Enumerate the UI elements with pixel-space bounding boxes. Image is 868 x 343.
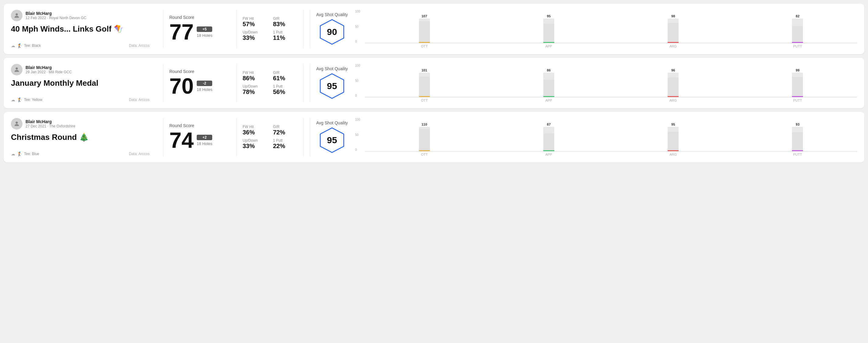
tee-info: ☁ 🏌 Tee: Yellow bbox=[11, 97, 42, 102]
holes-text: 18 Holes bbox=[197, 87, 212, 92]
holes-text: 18 Holes bbox=[197, 142, 212, 146]
tee-label: Tee: Blue bbox=[24, 152, 39, 156]
score-row: 77 +5 18 Holes bbox=[169, 21, 230, 43]
bar-colored-line bbox=[668, 150, 679, 151]
holes-text: 18 Holes bbox=[197, 33, 212, 38]
bar-colored-line bbox=[792, 96, 803, 97]
bar-container bbox=[792, 73, 803, 97]
putt1-value: 56% bbox=[273, 89, 297, 95]
bar-container bbox=[668, 19, 679, 43]
svg-point-2 bbox=[16, 67, 18, 70]
user-name: Blair McHarg bbox=[26, 119, 75, 124]
fw-hit-stat: FW Hit 36% bbox=[243, 125, 267, 136]
user-name: Blair McHarg bbox=[26, 11, 86, 16]
putt1-value: 22% bbox=[273, 143, 297, 150]
bar-value-label: 82 bbox=[796, 14, 799, 18]
fw-hit-value: 36% bbox=[243, 129, 267, 136]
user-text: Blair McHarg 12 Feb 2022 · Royal North D… bbox=[26, 11, 86, 20]
round-title: Christmas Round 🎄 bbox=[11, 132, 150, 142]
left-section: Blair McHarg 29 Jan 2022 · Mill Ride GCC… bbox=[11, 64, 157, 102]
left-section: Blair McHarg 27 Dec 2021 · The Oxfordshi… bbox=[11, 118, 157, 156]
score-label: Round Score bbox=[169, 15, 230, 20]
bar-container bbox=[668, 127, 679, 151]
chart-section: Avg Shot Quality 95 100 50 0 110 bbox=[310, 118, 857, 156]
stats-section: FW Hit 57% GIR 83% Up/Down 33% 1 Putt 11… bbox=[243, 10, 297, 48]
bar-container bbox=[668, 73, 679, 97]
user-text: Blair McHarg 29 Jan 2022 · Mill Ride GCC bbox=[26, 65, 72, 74]
bar-container bbox=[543, 127, 554, 151]
bar-axis-label: PUTT bbox=[738, 44, 857, 48]
fw-hit-label: FW Hit bbox=[243, 70, 267, 75]
fw-hit-label: FW Hit bbox=[243, 17, 267, 21]
round-card: Blair McHarg 12 Feb 2022 · Royal North D… bbox=[4, 4, 864, 54]
bar-group-app: 86 bbox=[489, 68, 608, 97]
bar-fill bbox=[668, 23, 679, 43]
updown-stat: Up/Down 33% bbox=[243, 30, 267, 41]
user-info: Blair McHarg 29 Jan 2022 · Mill Ride GCC bbox=[11, 64, 150, 75]
hexagon-wrap: Avg Shot Quality 95 bbox=[316, 66, 348, 100]
divider-right bbox=[303, 64, 304, 102]
stats-section: FW Hit 36% GIR 72% Up/Down 33% 1 Putt 22… bbox=[243, 118, 297, 156]
bar-chart: 107 95 98 bbox=[365, 10, 857, 43]
putt1-value: 11% bbox=[273, 34, 297, 41]
hexagon: 95 bbox=[318, 72, 346, 100]
score-label: Round Score bbox=[169, 69, 230, 74]
gir-stat: GIR 83% bbox=[273, 17, 297, 28]
tee-info: ☁ 🏌 Tee: Black bbox=[11, 43, 41, 48]
updown-value: 78% bbox=[243, 89, 267, 95]
bar-axis-label: OTT bbox=[365, 98, 484, 102]
bar-value-label: 96 bbox=[671, 68, 675, 72]
putt1-stat: 1 Putt 22% bbox=[273, 138, 297, 150]
bar-fill bbox=[419, 76, 430, 97]
gir-stat: GIR 61% bbox=[273, 70, 297, 82]
cloud-icon: ☁ bbox=[11, 43, 15, 48]
hex-score: 95 bbox=[327, 135, 337, 145]
bar-group-app: 87 bbox=[489, 123, 608, 151]
gir-stat: GIR 72% bbox=[273, 125, 297, 136]
bar-colored-line bbox=[419, 150, 430, 151]
stats-section: FW Hit 86% GIR 61% Up/Down 78% 1 Putt 56… bbox=[243, 64, 297, 102]
avatar bbox=[11, 118, 23, 129]
bar-group-ott: 101 bbox=[365, 68, 484, 97]
bag-icon: 🏌 bbox=[17, 151, 22, 156]
bar-colored-line bbox=[419, 42, 430, 43]
hexagon: 95 bbox=[318, 126, 346, 154]
bar-chart: 110 87 95 bbox=[365, 118, 857, 151]
putt1-stat: 1 Putt 56% bbox=[273, 84, 297, 95]
bar-chart-labels: OTTAPPARGPUTT bbox=[365, 44, 857, 48]
data-source: Data: Arccos bbox=[129, 43, 150, 48]
bar-value-label: 101 bbox=[422, 68, 427, 72]
hexagon-wrap: Avg Shot Quality 95 bbox=[316, 120, 348, 154]
bar-fill bbox=[419, 21, 430, 43]
bar-value-label: 99 bbox=[796, 68, 799, 72]
bar-group-putt: 82 bbox=[738, 14, 857, 43]
updown-stat: Up/Down 33% bbox=[243, 138, 267, 150]
bar-axis-label: PUTT bbox=[738, 153, 857, 156]
tee-label: Tee: Yellow bbox=[24, 98, 42, 102]
bar-group-arg: 95 bbox=[614, 123, 733, 151]
bar-value-label: 110 bbox=[422, 123, 427, 126]
fw-hit-value: 86% bbox=[243, 75, 267, 82]
hex-score: 95 bbox=[327, 81, 337, 91]
fw-hit-stat: FW Hit 57% bbox=[243, 17, 267, 28]
score-badge: +2 bbox=[197, 135, 212, 140]
bar-axis-label: APP bbox=[489, 153, 608, 156]
bar-container bbox=[543, 73, 554, 97]
score-badge: -2 bbox=[197, 81, 212, 86]
bar-container bbox=[419, 19, 430, 43]
bar-container bbox=[792, 127, 803, 151]
bar-group-arg: 96 bbox=[614, 68, 733, 97]
gir-value: 83% bbox=[273, 21, 297, 28]
bottom-row: ☁ 🏌 Tee: Black Data: Arccos bbox=[11, 43, 150, 48]
divider-left bbox=[163, 10, 163, 48]
bar-group-putt: 93 bbox=[738, 123, 857, 151]
hexagon: 90 bbox=[318, 18, 346, 45]
chart-section: Avg Shot Quality 90 100 50 0 107 bbox=[310, 10, 857, 48]
bar-container bbox=[792, 19, 803, 43]
bar-colored-line bbox=[419, 96, 430, 97]
updown-label: Up/Down bbox=[243, 138, 267, 143]
bar-value-label: 95 bbox=[547, 14, 551, 18]
stats-grid: FW Hit 36% GIR 72% Up/Down 33% 1 Putt 22… bbox=[243, 125, 297, 150]
bar-chart-outer: 100 50 0 110 87 bbox=[354, 118, 857, 156]
updown-value: 33% bbox=[243, 143, 267, 150]
